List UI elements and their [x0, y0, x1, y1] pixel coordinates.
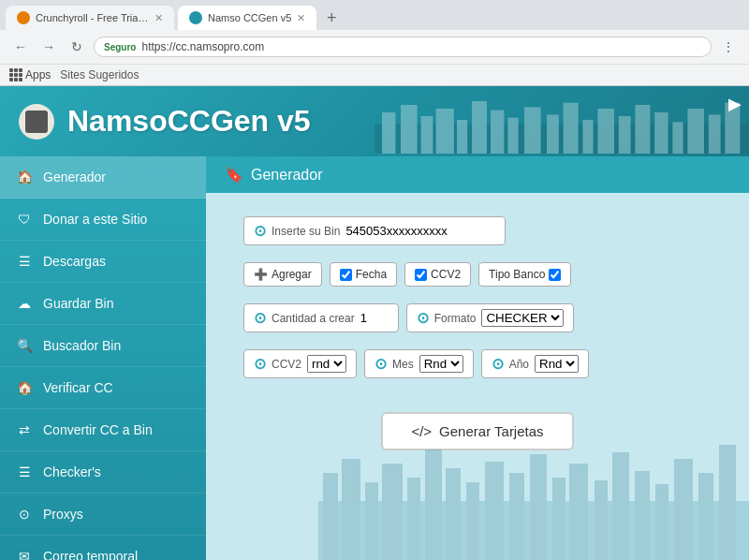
tab-namso[interactable]: Namso CCGen v5 ✕	[178, 6, 316, 30]
svg-rect-17	[672, 122, 683, 154]
fecha-checkbox-group[interactable]: Fecha	[330, 262, 397, 287]
sidebar-label-guardar: Guardar Bin	[43, 296, 113, 311]
bin-label: Inserte su Bin	[272, 225, 340, 238]
ccv2-field-group[interactable]: ⊙ CCV2 rnd	[243, 349, 357, 378]
sidebar-label-verificar: Verificar CC	[43, 380, 113, 395]
ccv2-field-label: CCV2	[272, 358, 301, 371]
cantidad-input[interactable]	[360, 311, 389, 325]
tab-namso-close[interactable]: ✕	[297, 12, 305, 24]
anio-icon: ⊙	[492, 355, 504, 373]
nav-bar: ← → ↻ Seguro https://cc.namsopro.com ⋮	[0, 30, 749, 65]
svg-rect-21	[318, 501, 749, 560]
sidebar-label-proxys: Proxys	[43, 507, 83, 522]
svg-rect-34	[569, 464, 588, 560]
globe-icon: ⊙	[15, 505, 34, 523]
tipo-banco-checkbox[interactable]	[549, 269, 561, 281]
svg-rect-37	[635, 471, 650, 560]
header-city-bg	[374, 91, 749, 156]
main-content: 🔖 Generador ⊙ Inserte su Bin ➕	[206, 156, 749, 560]
ccv2-field-icon: ⊙	[254, 355, 266, 373]
generate-icon: </>	[411, 423, 432, 439]
sidebar-item-proxys[interactable]: ⊙ Proxys	[0, 494, 206, 536]
anio-field-group[interactable]: ⊙ Año Rnd	[481, 349, 589, 378]
checker-icon: ☰	[15, 463, 34, 481]
svg-rect-15	[635, 105, 650, 154]
forward-button[interactable]: →	[37, 36, 60, 58]
sidebar-label-buscador: Buscador Bin	[43, 338, 121, 353]
home-icon: 🏠	[15, 168, 34, 186]
sidebar-item-guardar[interactable]: ☁ Guardar Bin	[0, 283, 206, 325]
app-wrapper: NamsoCCGen v5 ▶	[0, 86, 749, 560]
svg-rect-2	[401, 105, 418, 154]
sidebar-item-generador[interactable]: 🏠 Generador	[0, 156, 206, 199]
ccv2-checkbox-group[interactable]: CCV2	[404, 262, 471, 287]
sidebar-item-buscador[interactable]: 🔍 Buscador Bin	[0, 325, 206, 367]
generate-button[interactable]: </> Generar Tarjetas	[381, 412, 573, 450]
sidebar-item-verificar[interactable]: 🏠 Verificar CC	[0, 367, 206, 409]
tab-crunchyroll-label: Crunchyroll - Free Trial C...	[36, 12, 149, 23]
menu-button[interactable]: ⋮	[717, 36, 740, 58]
sidebar-label-correo: Correo temporal	[43, 549, 138, 560]
cantidad-icon: ⊙	[254, 309, 266, 327]
form-area: ⊙ Inserte su Bin ➕ Agregar Fecha	[206, 193, 749, 474]
anio-select[interactable]: Rnd	[535, 355, 579, 373]
sidebar-item-donar[interactable]: 🛡 Donar a este Sitio	[0, 199, 206, 241]
svg-rect-39	[674, 459, 693, 560]
new-tab-button[interactable]: +	[320, 7, 343, 29]
svg-rect-22	[323, 473, 338, 560]
svg-rect-33	[552, 478, 565, 560]
svg-rect-23	[342, 459, 360, 560]
formato-select[interactable]: CHECKER PLAIN PIPE	[481, 309, 564, 327]
ccv2-label: CCV2	[431, 268, 461, 281]
bin-icon: ⊙	[254, 222, 266, 240]
bookmarks-bar: Apps Sites Sugeridos	[0, 65, 749, 85]
panel-header: 🔖 Generador	[206, 156, 749, 193]
tab-crunchyroll-close[interactable]: ✕	[154, 12, 163, 24]
address-bar[interactable]: Seguro https://cc.namsopro.com	[94, 37, 712, 57]
apps-icon-container[interactable]: Apps	[9, 68, 51, 81]
svg-rect-18	[687, 109, 704, 154]
svg-rect-38	[655, 484, 668, 560]
mes-select[interactable]: Rnd	[419, 355, 463, 373]
sidebar-item-descargas[interactable]: ☰ Descargas	[0, 241, 206, 283]
formato-group[interactable]: ⊙ Formato CHECKER PLAIN PIPE	[406, 303, 575, 332]
tipo-banco-checkbox-group[interactable]: Tipo Banco	[478, 262, 571, 287]
ccv2-checkbox[interactable]	[415, 269, 427, 281]
ccv2-select[interactable]: rnd	[307, 355, 346, 373]
sidebar-item-checkers[interactable]: ☰ Checker's	[0, 451, 206, 494]
bin-input-group[interactable]: ⊙ Inserte su Bin	[243, 216, 506, 245]
bin-input[interactable]	[345, 224, 495, 238]
fecha-checkbox[interactable]	[340, 269, 352, 281]
svg-rect-30	[485, 462, 504, 560]
checkboxes-row: ➕ Agregar Fecha CCV2 Tipo Banco	[243, 262, 712, 287]
bookmark-sites-sugeridos[interactable]: Sites Sugeridos	[60, 68, 139, 81]
cantidad-group[interactable]: ⊙ Cantidad a crear	[243, 303, 399, 332]
corner-icon[interactable]: ▶	[728, 94, 742, 114]
app-body: 🏠 Generador 🛡 Donar a este Sitio ☰ Desca…	[0, 156, 749, 560]
tab-crunchyroll[interactable]: Crunchyroll - Free Trial C... ✕	[6, 6, 174, 30]
back-button[interactable]: ←	[9, 36, 32, 58]
sidebar-item-convertir[interactable]: ⇄ Convertir CC a Bin	[0, 409, 206, 451]
app-title: NamsoCCGen v5	[67, 104, 311, 139]
svg-rect-11	[564, 103, 579, 154]
refresh-button[interactable]: ↻	[66, 36, 88, 58]
sidebar-label-checkers: Checker's	[43, 464, 101, 479]
svg-rect-29	[466, 482, 479, 560]
svg-rect-4	[436, 109, 454, 154]
mes-field-group[interactable]: ⊙ Mes Rnd	[364, 349, 474, 378]
fecha-label: Fecha	[356, 268, 387, 281]
sidebar-item-correo[interactable]: ✉ Correo temporal	[0, 536, 206, 560]
svg-rect-25	[382, 464, 403, 560]
sidebar-label-convertir: Convertir CC a Bin	[43, 422, 153, 437]
mes-label: Mes	[392, 358, 414, 371]
svg-rect-3	[421, 116, 433, 154]
anio-label: Año	[509, 358, 529, 371]
panel-title: Generador	[251, 167, 323, 184]
svg-rect-14	[619, 116, 631, 154]
list-icon: ☰	[15, 252, 34, 271]
svg-rect-9	[524, 107, 541, 154]
cloud-icon: ☁	[15, 294, 34, 313]
svg-rect-10	[547, 114, 559, 154]
svg-rect-28	[446, 468, 461, 560]
svg-rect-40	[698, 473, 713, 560]
